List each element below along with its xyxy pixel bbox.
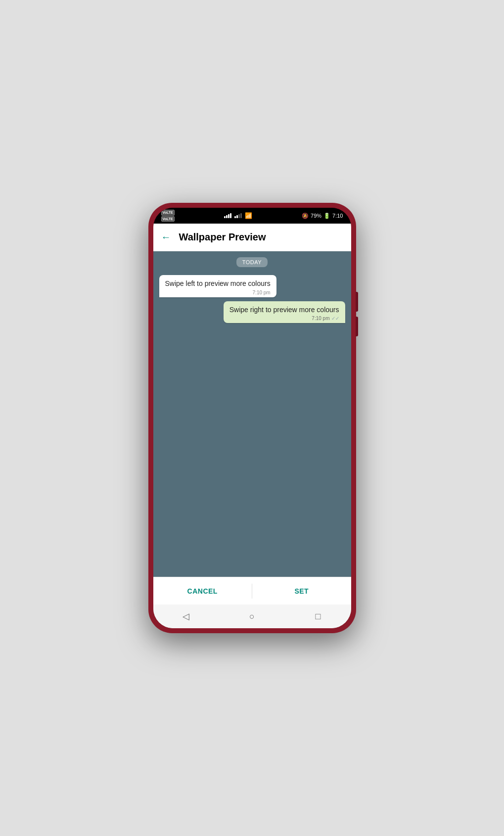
app-bar: ← Wallpaper Preview	[153, 224, 351, 251]
status-right: 🔕 79% 🔋 7:10	[302, 213, 343, 219]
action-bar: CANCEL SET	[153, 577, 351, 604]
nav-back-button[interactable]: ◁	[176, 606, 196, 626]
messages-container: Swipe left to preview more colours 7:10 …	[159, 275, 345, 323]
phone-frame: VoLTE VoLTE 📶 🔕	[148, 203, 356, 633]
message-outgoing-time: 7:10 pm ✓✓	[229, 316, 339, 321]
volte2-badge: VoLTE	[161, 216, 175, 222]
back-button[interactable]: ←	[161, 232, 171, 243]
message-outgoing-text: Swipe right to preview more colours	[229, 305, 339, 315]
message-incoming-text: Swipe left to preview more colours	[165, 279, 271, 289]
signal-bar	[236, 215, 238, 218]
set-button[interactable]: SET	[252, 577, 351, 604]
double-tick-icon: ✓✓	[331, 316, 339, 321]
signal-bar	[226, 215, 228, 218]
signal-bars-2	[234, 213, 242, 218]
signal-bar	[230, 213, 231, 218]
nav-home-button[interactable]: ○	[242, 606, 262, 626]
volte1-badge: VoLTE	[161, 210, 175, 215]
volume-up-button[interactable]	[356, 292, 358, 312]
date-badge-container: TODAY	[159, 257, 345, 267]
signal-bar	[238, 214, 240, 218]
clock: 7:10	[332, 213, 343, 219]
battery-percent: 79%	[311, 213, 321, 219]
signal-bar	[224, 216, 226, 218]
phone-screen: VoLTE VoLTE 📶 🔕	[153, 208, 351, 628]
message-incoming-time: 7:10 pm	[165, 290, 271, 295]
mute-icon: 🔕	[302, 213, 309, 219]
cancel-button[interactable]: CANCEL	[153, 577, 252, 604]
volume-down-button[interactable]	[356, 317, 358, 336]
signal-bar	[240, 213, 242, 218]
message-outgoing: Swipe right to preview more colours 7:10…	[224, 301, 345, 324]
status-center: 📶	[224, 212, 252, 219]
nav-recent-button[interactable]: □	[308, 606, 328, 626]
date-badge: TODAY	[236, 257, 268, 267]
message-incoming: Swipe left to preview more colours 7:10 …	[159, 275, 276, 297]
status-bar: VoLTE VoLTE 📶 🔕	[153, 208, 351, 224]
signal-bar	[228, 214, 229, 218]
wifi-icon: 📶	[245, 212, 252, 219]
signal-bar	[234, 216, 236, 218]
page-title: Wallpaper Preview	[179, 232, 266, 243]
signal-bars-1	[224, 213, 231, 218]
status-left: VoLTE VoLTE	[161, 210, 175, 221]
chat-area: TODAY Swipe left to preview more colours…	[153, 251, 351, 577]
nav-bar: ◁ ○ □	[153, 604, 351, 628]
app-screen: ← Wallpaper Preview TODAY Swipe left to …	[153, 224, 351, 628]
battery-icon: 🔋	[323, 213, 330, 219]
